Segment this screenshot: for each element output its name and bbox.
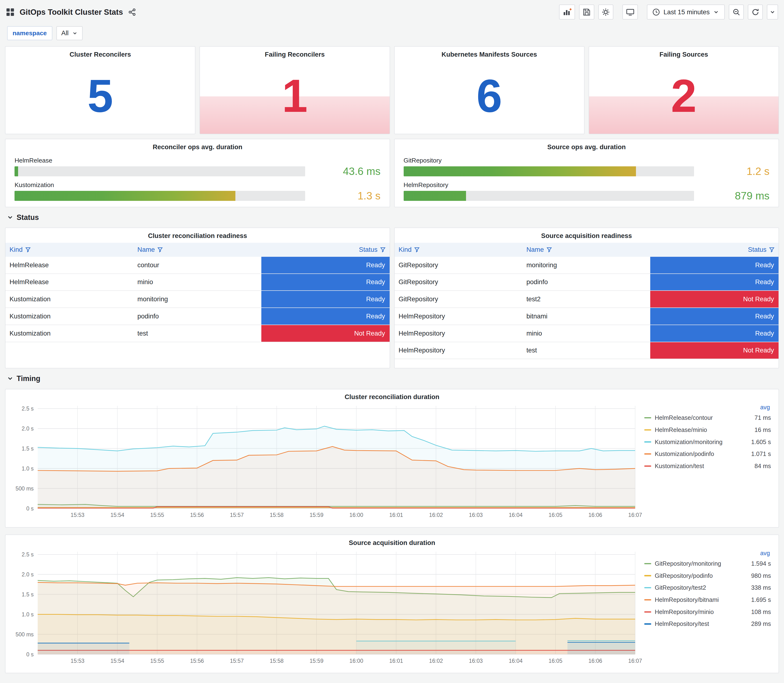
svg-text:16:06: 16:06 — [588, 512, 602, 518]
kind-cell: HelmRepository — [394, 342, 523, 359]
legend-item[interactable]: HelmRepository/minio108 ms — [644, 606, 771, 618]
svg-text:16:04: 16:04 — [508, 512, 523, 518]
stat-panel: Cluster Reconcilers5 — [5, 46, 196, 134]
status-badge: Ready — [261, 308, 390, 325]
svg-text:2.0 s: 2.0 s — [22, 425, 34, 432]
monitor-icon — [626, 8, 635, 16]
legend-item[interactable]: GitRepository/test2338 ms — [644, 582, 771, 594]
section-timing[interactable]: Timing — [7, 374, 778, 383]
column-header-kind[interactable]: Kind — [5, 243, 133, 257]
name-cell: podinfo — [523, 274, 650, 291]
panel-title[interactable]: Cluster reconciliation duration — [10, 390, 774, 401]
timeseries-plot[interactable]: 0 s500 ms1.0 s1.5 s2.0 s2.5 s15:5315:541… — [10, 401, 644, 521]
bargauge-row: Kustomization1.3 s — [14, 181, 380, 201]
legend-item[interactable]: HelmRelease/minio16 ms — [644, 424, 771, 436]
table-head: KindNameStatus — [5, 243, 390, 257]
panel-title[interactable]: Cluster reconciliation readiness — [5, 228, 390, 240]
panel-title[interactable]: Source acquisition duration — [10, 535, 774, 547]
status-cell: Ready — [261, 290, 390, 308]
kind-cell: GitRepository — [394, 290, 523, 308]
bargauge-fill — [14, 166, 18, 176]
status-cell: Ready — [650, 308, 779, 325]
panel-title[interactable]: Kubernetes Manifests Sources — [394, 46, 584, 58]
column-header-name[interactable]: Name — [133, 243, 261, 257]
bargauge-track — [404, 191, 694, 201]
status-badge: Ready — [650, 325, 779, 342]
legend-item[interactable]: Kustomization/test84 ms — [644, 460, 771, 472]
variable-namespace-label[interactable]: namespace — [7, 26, 52, 40]
column-header-name[interactable]: Name — [523, 243, 650, 257]
panel-title[interactable]: Cluster Reconcilers — [5, 46, 195, 58]
bargauge-fill-clip — [404, 191, 466, 201]
save-icon — [583, 8, 591, 16]
svg-text:16:02: 16:02 — [429, 658, 443, 664]
legend-item[interactable]: GitRepository/monitoring1.594 s — [644, 558, 771, 570]
chart-body: 0 s500 ms1.0 s1.5 s2.0 s2.5 s15:5315:541… — [10, 547, 774, 667]
dashboard-settings-button[interactable] — [598, 5, 613, 19]
zoom-out-icon — [732, 8, 741, 16]
filter-icon[interactable] — [25, 247, 31, 252]
legend-avg-header: avg — [644, 549, 771, 558]
apps-grid-icon[interactable] — [6, 8, 14, 16]
filter-icon[interactable] — [414, 247, 420, 252]
legend-series-avg: 108 ms — [751, 609, 771, 616]
dashboard-root: GitOps Toolkit Cluster Stats Last 15 min… — [0, 0, 784, 683]
timeseries-plot[interactable]: 0 s500 ms1.0 s1.5 s2.0 s2.5 s15:5315:541… — [10, 547, 644, 667]
svg-text:15:56: 15:56 — [190, 658, 204, 664]
name-cell: bitnami — [523, 308, 650, 325]
stat-value: 1 — [282, 73, 308, 119]
time-range-picker[interactable]: Last 15 minutes — [647, 5, 725, 19]
filter-icon[interactable] — [157, 247, 163, 252]
section-status[interactable]: Status — [7, 213, 778, 221]
panel-title[interactable]: Source acquisition readiness — [394, 228, 779, 240]
panel-title[interactable]: Failing Sources — [589, 46, 779, 58]
header-left: GitOps Toolkit Cluster Stats — [6, 8, 136, 17]
panel-title[interactable]: Failing Reconcilers — [200, 46, 390, 58]
refresh-button[interactable] — [748, 5, 763, 19]
add-panel-button[interactable] — [559, 5, 575, 19]
legend-item[interactable]: HelmRelease/contour71 ms — [644, 412, 771, 424]
bargauge-track — [14, 191, 305, 201]
filter-icon[interactable] — [769, 247, 774, 252]
table-body: HelmReleasecontourReadyHelmReleaseminioR… — [5, 257, 390, 342]
filter-icon[interactable] — [380, 247, 386, 252]
cycle-view-mode-button[interactable] — [622, 5, 638, 19]
svg-text:16:04: 16:04 — [508, 658, 523, 664]
variable-namespace-selected: All — [61, 29, 69, 37]
panel-title[interactable]: Reconciler ops avg. duration — [14, 139, 380, 151]
dashboard-grid: Cluster Reconcilers5Failing Reconcilers1… — [0, 45, 784, 683]
legend-item[interactable]: HelmRepository/test289 ms — [644, 618, 771, 630]
column-header-content: Status — [265, 246, 386, 253]
column-header-status[interactable]: Status — [650, 243, 779, 257]
legend-series-avg: 1.071 s — [751, 451, 771, 457]
legend-series-avg: 1.695 s — [751, 596, 771, 603]
zoom-out-button[interactable] — [729, 5, 744, 19]
share-icon[interactable] — [128, 8, 136, 16]
legend-item[interactable]: Kustomization/podinfo1.071 s — [644, 448, 771, 460]
stat-panel: Kubernetes Manifests Sources6 — [394, 46, 585, 134]
table-panel: Source acquisition readinessKindNameStat… — [394, 228, 779, 369]
variable-namespace-value[interactable]: All — [56, 26, 83, 40]
legend-item[interactable]: GitRepository/podinfo980 ms — [644, 570, 771, 582]
chevron-down-icon — [7, 215, 13, 220]
svg-text:15:53: 15:53 — [71, 658, 85, 664]
save-dashboard-button[interactable] — [579, 5, 594, 19]
refresh-icon — [751, 8, 760, 16]
bargauge-panel: Source ops avg. durationGitRepository1.2… — [394, 139, 779, 207]
legend-item[interactable]: HelmRepository/bitnami1.695 s — [644, 594, 771, 606]
bargauge-value: 1.3 s — [305, 191, 381, 201]
column-header-status[interactable]: Status — [261, 243, 390, 257]
legend-series-avg: 980 ms — [751, 572, 771, 579]
status-cell: Not Ready — [261, 325, 390, 342]
status-cell: Ready — [650, 325, 779, 342]
legend-item[interactable]: Kustomization/monitoring1.605 s — [644, 436, 771, 448]
name-cell: monitoring — [523, 257, 650, 274]
column-header-kind[interactable]: Kind — [394, 243, 523, 257]
status-badge: Ready — [650, 274, 779, 290]
panel-title[interactable]: Source ops avg. duration — [404, 139, 770, 151]
filter-icon[interactable] — [547, 247, 552, 252]
refresh-interval-dropdown[interactable] — [767, 5, 778, 19]
name-cell: contour — [133, 257, 261, 274]
dashboard-title: GitOps Toolkit Cluster Stats — [19, 8, 123, 17]
bargauge-body: GitRepository1.2 sHelmRepository879 ms — [404, 157, 770, 201]
